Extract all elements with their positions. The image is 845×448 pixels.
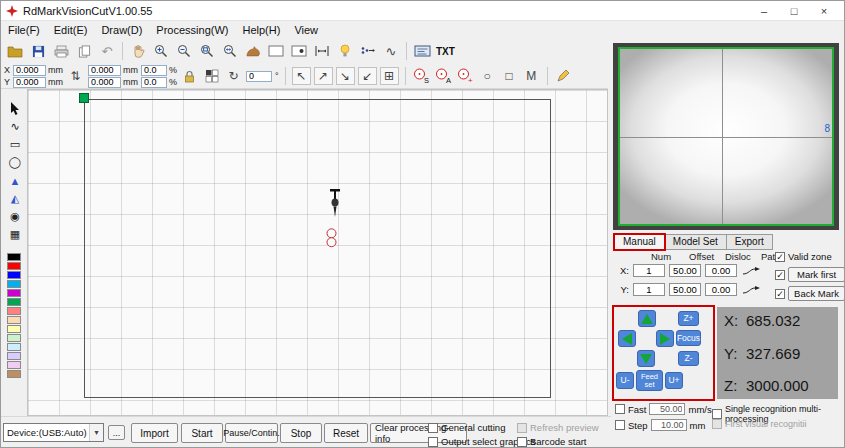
zoom-out-icon[interactable] [173, 41, 195, 62]
chevron-down-icon[interactable]: ▾ [89, 424, 103, 441]
palette-swatch[interactable] [7, 298, 21, 306]
mirror-horizontal-icon[interactable] [311, 41, 333, 62]
u-minus-button[interactable]: U- [616, 372, 634, 389]
valid-zone-checkbox[interactable] [775, 252, 785, 262]
back-mark-button[interactable]: Back Mark [788, 286, 845, 301]
canvas-object-eight[interactable] [325, 228, 338, 248]
general-cutting-checkbox[interactable] [428, 423, 438, 433]
mirror-se-icon[interactable]: ↘ [336, 67, 355, 85]
step-input[interactable] [651, 419, 687, 431]
rect-dot-icon[interactable] [288, 41, 310, 62]
rectangle-tool-icon[interactable]: ▭ [6, 137, 24, 152]
u-plus-button[interactable]: U+ [665, 372, 683, 389]
array-copy-icon[interactable] [357, 41, 379, 62]
y-position-input[interactable] [13, 77, 46, 88]
width-input[interactable] [88, 65, 121, 76]
canvas-object-pin[interactable] [328, 189, 342, 221]
simulate-cat-icon[interactable] [242, 41, 264, 62]
mark-m-button[interactable]: M [522, 67, 541, 85]
swap-axes-icon[interactable]: ⇅ [66, 67, 85, 85]
height-percent-input[interactable] [141, 77, 167, 88]
mirror-ne-icon[interactable]: ↗ [314, 67, 333, 85]
single-recognition-checkbox[interactable] [712, 409, 722, 419]
polygon-tool-icon[interactable]: ◭ [6, 191, 24, 206]
ellipse-tool-icon[interactable]: ◯ [6, 155, 24, 170]
palette-swatch[interactable] [7, 289, 21, 297]
menu-draw[interactable]: Draw(D) [94, 24, 149, 36]
jog-left-button[interactable] [618, 330, 636, 347]
zoom-window-icon[interactable] [196, 41, 218, 62]
menu-file[interactable]: File(F) [1, 24, 47, 36]
menu-help[interactable]: Help(H) [235, 24, 287, 36]
txt-display-icon[interactable] [411, 41, 433, 62]
center-grid-icon[interactable]: ⊞ [380, 67, 399, 85]
design-canvas[interactable] [27, 89, 608, 416]
circle-a-icon[interactable]: A [434, 67, 453, 85]
palette-swatch[interactable] [7, 307, 21, 315]
fast-speed-input[interactable] [649, 403, 685, 415]
circle-s-icon[interactable]: S [412, 67, 431, 85]
spiral-tool-icon[interactable]: ◉ [6, 209, 24, 224]
menu-edit[interactable]: Edit(E) [47, 24, 95, 36]
z-minus-button[interactable]: Z- [678, 351, 699, 366]
minimize-button[interactable]: – [749, 5, 779, 17]
back-mark-checkbox[interactable] [775, 289, 785, 299]
lock-ratio-icon[interactable] [180, 67, 199, 85]
palette-swatch[interactable] [7, 334, 21, 342]
palette-swatch[interactable] [7, 361, 21, 369]
tab-manual[interactable]: Manual [614, 234, 665, 250]
start-button[interactable]: Start [181, 423, 223, 443]
palette-swatch[interactable] [7, 370, 21, 378]
y-offset-input[interactable] [669, 283, 701, 296]
origin-handle[interactable] [79, 93, 89, 103]
step-checkbox[interactable] [615, 420, 625, 430]
zoom-in-icon[interactable] [150, 41, 172, 62]
close-button[interactable]: × [809, 5, 839, 17]
x-num-input[interactable] [633, 264, 665, 277]
palette-swatch[interactable] [7, 343, 21, 351]
z-plus-button[interactable]: Z+ [678, 311, 699, 326]
small-square-icon[interactable]: □ [500, 67, 519, 85]
palette-swatch[interactable] [7, 262, 21, 270]
mark-first-checkbox[interactable] [775, 270, 785, 280]
palette-swatch[interactable] [7, 271, 21, 279]
y-num-input[interactable] [633, 283, 665, 296]
palette-swatch[interactable] [7, 325, 21, 333]
fast-checkbox[interactable] [615, 404, 625, 414]
pen-tool-icon[interactable] [554, 67, 573, 85]
circle-plus-icon[interactable]: + [456, 67, 475, 85]
y-path-direction-icon[interactable] [741, 284, 761, 296]
x-path-direction-icon[interactable] [741, 265, 761, 277]
menu-view[interactable]: View [287, 24, 325, 36]
open-button[interactable] [4, 41, 26, 62]
import-button[interactable]: Import [131, 423, 178, 443]
pan-hand-icon[interactable] [127, 41, 149, 62]
y-disloc-input[interactable] [705, 283, 737, 296]
select-cursor-icon[interactable] [6, 101, 24, 116]
grid-snap-icon[interactable] [202, 67, 221, 85]
x-disloc-input[interactable] [705, 264, 737, 277]
zoom-fit-icon[interactable] [219, 41, 241, 62]
palette-swatch[interactable] [7, 352, 21, 360]
menu-processing[interactable]: Processing(W) [149, 24, 235, 36]
triangle-tool-icon[interactable]: ▲ [6, 173, 24, 188]
rotate-angle-input[interactable] [246, 71, 272, 82]
copy-button[interactable] [73, 41, 95, 62]
height-input[interactable] [88, 77, 121, 88]
tab-export[interactable]: Export [726, 234, 773, 250]
palette-swatch[interactable] [7, 280, 21, 288]
x-position-input[interactable] [13, 65, 46, 76]
rotate-icon[interactable]: ↻ [224, 67, 243, 85]
device-more-button[interactable]: ... [108, 425, 125, 440]
palette-swatch[interactable] [7, 316, 21, 324]
reset-button[interactable]: Reset [324, 423, 368, 443]
mark-first-button[interactable]: Mark first [788, 267, 845, 282]
mirror-nw-icon[interactable]: ↖ [292, 67, 311, 85]
maximize-button[interactable]: □ [779, 5, 809, 17]
feed-set-button[interactable]: Feed set [636, 370, 663, 391]
jog-right-button[interactable] [656, 330, 674, 347]
curve-tool-icon[interactable]: ∿ [380, 41, 402, 62]
palette-swatch[interactable] [7, 253, 21, 261]
device-select[interactable]: Device:(USB:Auto) ▾ [3, 423, 104, 442]
save-button[interactable] [27, 41, 49, 62]
